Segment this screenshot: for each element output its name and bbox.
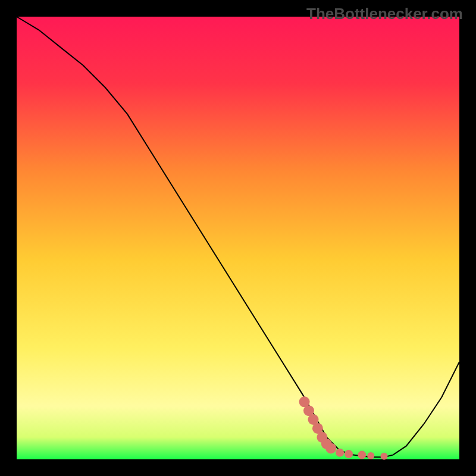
highlight-dot — [358, 451, 366, 459]
highlight-dot — [367, 452, 374, 459]
chart-svg — [0, 0, 476, 476]
highlight-dot — [336, 449, 344, 457]
highlight-dot — [345, 450, 353, 458]
watermark-text: TheBottlenecker.com — [306, 5, 463, 23]
chart-container: TheBottlenecker.com — [0, 0, 476, 476]
plot-background — [17, 17, 459, 459]
highlight-dot — [325, 443, 336, 453]
highlight-dot — [381, 453, 388, 460]
